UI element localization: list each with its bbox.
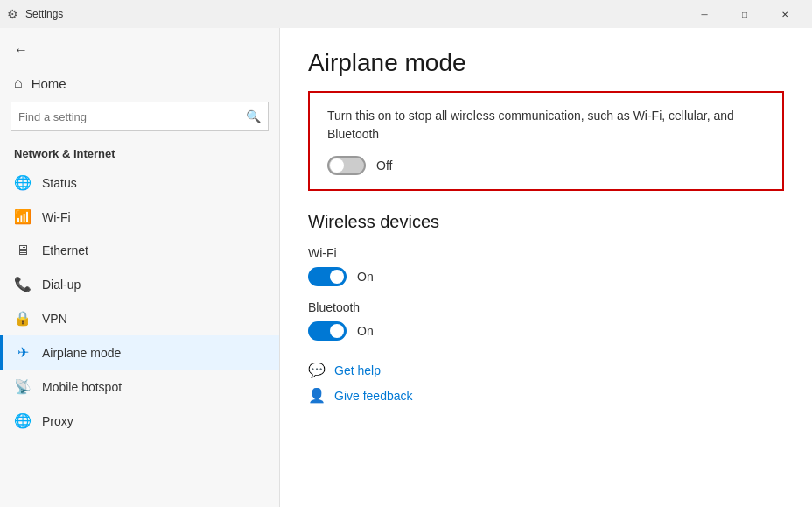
bluetooth-toggle-label: On bbox=[357, 324, 374, 338]
sidebar-item-ethernet[interactable]: 🖥 Ethernet bbox=[0, 234, 279, 267]
page-title: Airplane mode bbox=[308, 49, 784, 77]
home-icon: ⌂ bbox=[14, 75, 23, 91]
search-button[interactable]: 🔍 bbox=[239, 109, 268, 123]
sidebar-item-label: VPN bbox=[42, 312, 67, 326]
sidebar-section-label: Network & Internet bbox=[0, 142, 279, 165]
sidebar-item-label: Status bbox=[42, 176, 77, 190]
search-box: 🔍 bbox=[10, 102, 269, 131]
main-layout: ← ⌂ Home 🔍 Network & Internet 🌐 Status 📶… bbox=[0, 28, 812, 507]
sidebar-item-hotspot[interactable]: 📡 Mobile hotspot bbox=[0, 370, 279, 404]
proxy-icon: 🌐 bbox=[14, 412, 32, 429]
status-icon: 🌐 bbox=[14, 174, 32, 191]
sidebar-item-label: Mobile hotspot bbox=[42, 380, 122, 394]
give-feedback-label: Give feedback bbox=[334, 389, 413, 403]
sidebar-item-label: Airplane mode bbox=[42, 346, 121, 360]
ethernet-icon: 🖥 bbox=[14, 243, 32, 258]
sidebar-item-dialup[interactable]: 📞 Dial-up bbox=[0, 267, 279, 301]
sidebar-item-status[interactable]: 🌐 Status bbox=[0, 165, 279, 200]
get-help-icon: 💬 bbox=[308, 362, 326, 378]
wireless-devices-title: Wireless devices bbox=[308, 212, 784, 232]
airplane-toggle-label: Off bbox=[376, 158, 392, 173]
sidebar-item-wifi[interactable]: 📶 Wi-Fi bbox=[0, 200, 279, 234]
wireless-devices-section: Wireless devices Wi-Fi On Bluetooth bbox=[308, 212, 784, 341]
minimize-button[interactable]: ─ bbox=[684, 0, 724, 28]
airplane-description: Turn this on to stop all wireless commun… bbox=[327, 107, 765, 144]
airplane-toggle[interactable] bbox=[327, 156, 366, 175]
sidebar-item-airplane[interactable]: ✈ Airplane mode bbox=[0, 335, 279, 370]
wifi-toggle-row: On bbox=[308, 267, 784, 286]
close-button[interactable]: ✕ bbox=[765, 0, 805, 28]
wifi-label: Wi-Fi bbox=[308, 246, 784, 260]
airplane-toggle-knob bbox=[330, 158, 344, 173]
sidebar-item-label: Dial-up bbox=[42, 278, 80, 292]
sidebar: ← ⌂ Home 🔍 Network & Internet 🌐 Status 📶… bbox=[0, 28, 280, 507]
vpn-icon: 🔒 bbox=[14, 310, 32, 327]
back-button[interactable]: ← bbox=[14, 42, 28, 58]
dialup-icon: 📞 bbox=[14, 276, 32, 292]
sidebar-item-label: Proxy bbox=[42, 414, 74, 428]
wifi-toggle-label: On bbox=[357, 270, 374, 284]
wifi-toggle[interactable] bbox=[308, 267, 346, 286]
bluetooth-toggle[interactable] bbox=[308, 321, 346, 341]
get-help-link[interactable]: 💬 Get help bbox=[308, 362, 784, 378]
sidebar-item-home[interactable]: ⌂ Home bbox=[0, 68, 279, 98]
bluetooth-toggle-row: On bbox=[308, 321, 784, 341]
titlebar-title: Settings bbox=[25, 8, 63, 20]
search-input[interactable] bbox=[11, 107, 239, 127]
search-icon: 🔍 bbox=[246, 109, 261, 123]
content-area: Airplane mode Turn this on to stop all w… bbox=[280, 28, 812, 507]
titlebar-left: ⚙ Settings bbox=[7, 7, 63, 21]
airplane-mode-box: Turn this on to stop all wireless commun… bbox=[308, 91, 784, 191]
give-feedback-link[interactable]: 👤 Give feedback bbox=[308, 387, 784, 404]
sidebar-item-vpn[interactable]: 🔒 VPN bbox=[0, 301, 279, 335]
maximize-button[interactable]: □ bbox=[724, 0, 765, 28]
wifi-icon: 📶 bbox=[14, 208, 32, 225]
airplane-icon: ✈ bbox=[14, 344, 32, 361]
sidebar-item-proxy[interactable]: 🌐 Proxy bbox=[0, 404, 279, 438]
hotspot-icon: 📡 bbox=[14, 378, 32, 395]
bluetooth-label: Bluetooth bbox=[308, 300, 784, 314]
titlebar: ⚙ Settings ─ □ ✕ bbox=[0, 0, 812, 28]
sidebar-item-label: Wi-Fi bbox=[42, 210, 71, 224]
bluetooth-toggle-knob bbox=[330, 324, 344, 338]
help-links: 💬 Get help 👤 Give feedback bbox=[308, 362, 784, 404]
wifi-item: Wi-Fi On bbox=[308, 246, 784, 286]
sidebar-header: ← bbox=[0, 28, 279, 68]
wifi-toggle-knob bbox=[330, 270, 344, 284]
titlebar-controls: ─ □ ✕ bbox=[684, 0, 805, 28]
bluetooth-item: Bluetooth On bbox=[308, 300, 784, 341]
get-help-label: Get help bbox=[334, 363, 381, 377]
sidebar-item-label: Ethernet bbox=[42, 243, 88, 257]
home-label: Home bbox=[32, 76, 66, 91]
settings-app-icon: ⚙ bbox=[7, 7, 18, 21]
give-feedback-icon: 👤 bbox=[308, 387, 326, 404]
airplane-toggle-row: Off bbox=[327, 156, 765, 175]
